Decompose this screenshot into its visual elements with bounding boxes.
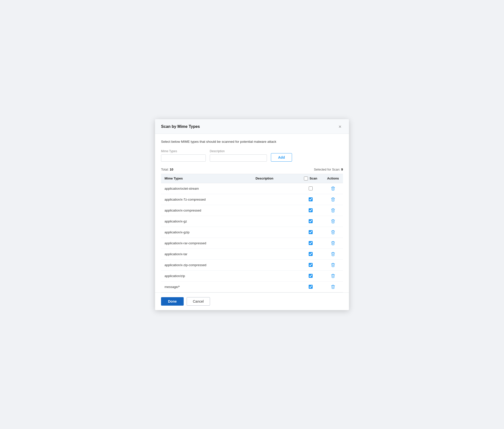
dialog-header: Scan by Mime Types × — [155, 119, 349, 134]
delete-button[interactable] — [329, 251, 337, 257]
mime-type-cell: application/x-zip-compressed — [161, 259, 252, 270]
description-cell — [252, 281, 298, 292]
col-mime-types: Mime Types — [161, 174, 252, 183]
col-actions: Actions — [323, 174, 343, 183]
mime-types-group: Mime Types — [161, 149, 206, 162]
scan-cell — [298, 227, 323, 238]
description-cell — [252, 216, 298, 227]
actions-cell — [323, 249, 343, 259]
description-cell — [252, 238, 298, 249]
mime-type-cell: application/x-compressed — [161, 205, 252, 216]
table-row: application/x-7z-compressed — [161, 194, 343, 205]
scan-checkbox[interactable] — [309, 274, 313, 278]
stats-row: Total: 10 Selected for Scan: 9 — [161, 168, 343, 171]
table-row: application/octet-stream — [161, 183, 343, 194]
actions-cell — [323, 259, 343, 270]
dialog: Scan by Mime Types × Select below MIME t… — [155, 119, 349, 310]
scan-checkbox[interactable] — [309, 230, 313, 234]
mime-type-cell: application/zip — [161, 270, 252, 281]
description-input[interactable] — [210, 154, 267, 162]
description-cell — [252, 249, 298, 259]
description-cell — [252, 270, 298, 281]
scan-cell — [298, 238, 323, 249]
subtitle: Select below MIME types that should be s… — [161, 140, 343, 143]
scan-all-checkbox[interactable] — [304, 177, 308, 180]
mime-type-cell: application/x-rar-compressed — [161, 238, 252, 249]
mime-types-label: Mime Types — [161, 149, 206, 153]
mime-type-cell: application/x-7z-compressed — [161, 194, 252, 205]
description-cell — [252, 194, 298, 205]
total-value: 10 — [170, 168, 173, 171]
actions-cell — [323, 216, 343, 227]
delete-button[interactable] — [329, 262, 337, 268]
description-cell — [252, 205, 298, 216]
table-row: application/x-compressed — [161, 205, 343, 216]
scan-cell — [298, 259, 323, 270]
delete-button[interactable] — [329, 218, 337, 224]
actions-cell — [323, 227, 343, 238]
form-row: Mime Types Description Add — [161, 149, 343, 162]
scan-cell — [298, 281, 323, 292]
delete-button[interactable] — [329, 208, 337, 213]
scan-cell — [298, 205, 323, 216]
actions-cell — [323, 194, 343, 205]
description-label: Description — [210, 149, 267, 153]
delete-button[interactable] — [329, 186, 337, 191]
mime-types-table: Mime Types Description Scan Actions appl… — [161, 174, 343, 292]
scan-cell — [298, 183, 323, 194]
delete-button[interactable] — [329, 229, 337, 235]
scan-checkbox[interactable] — [309, 186, 313, 190]
delete-button[interactable] — [329, 197, 337, 202]
add-button[interactable]: Add — [271, 153, 292, 162]
scan-cell — [298, 194, 323, 205]
mime-type-cell: application/x-gzip — [161, 227, 252, 238]
cancel-button[interactable]: Cancel — [187, 297, 210, 306]
mime-type-cell: application/x-tar — [161, 249, 252, 259]
done-button[interactable]: Done — [161, 297, 184, 306]
delete-button[interactable] — [329, 273, 337, 279]
actions-cell — [323, 183, 343, 194]
mime-type-cell: application/octet-stream — [161, 183, 252, 194]
delete-button[interactable] — [329, 284, 337, 289]
table-row: message/* — [161, 281, 343, 292]
table-header-row: Mime Types Description Scan Actions — [161, 174, 343, 183]
table-row: application/zip — [161, 270, 343, 281]
total-stat: Total: 10 — [161, 168, 173, 171]
description-group: Description — [210, 149, 267, 162]
mime-type-cell: application/x-gz — [161, 216, 252, 227]
scan-cell — [298, 216, 323, 227]
scan-checkbox[interactable] — [309, 219, 313, 223]
dialog-title: Scan by Mime Types — [161, 124, 200, 129]
delete-button[interactable] — [329, 240, 337, 246]
scan-checkbox[interactable] — [309, 197, 313, 201]
dialog-body: Select below MIME types that should be s… — [155, 134, 349, 292]
col-scan: Scan — [298, 174, 323, 183]
table-row: application/x-tar — [161, 249, 343, 259]
table-row: application/x-gzip — [161, 227, 343, 238]
table-row: application/x-gz — [161, 216, 343, 227]
scan-cell — [298, 270, 323, 281]
description-cell — [252, 183, 298, 194]
mime-type-cell: message/* — [161, 281, 252, 292]
table-row: application/x-rar-compressed — [161, 238, 343, 249]
scan-checkbox[interactable] — [309, 208, 313, 212]
description-cell — [252, 259, 298, 270]
col-description: Description — [252, 174, 298, 183]
scan-checkbox[interactable] — [309, 285, 313, 289]
selected-stat: Selected for Scan: 9 — [314, 168, 343, 171]
actions-cell — [323, 281, 343, 292]
scan-checkbox[interactable] — [309, 241, 313, 245]
scan-checkbox[interactable] — [309, 252, 313, 256]
actions-cell — [323, 238, 343, 249]
selected-value: 9 — [341, 168, 343, 171]
close-button[interactable]: × — [337, 124, 343, 130]
mime-types-input[interactable] — [161, 154, 206, 162]
actions-cell — [323, 270, 343, 281]
scan-checkbox[interactable] — [309, 263, 313, 267]
table-row: application/x-zip-compressed — [161, 259, 343, 270]
description-cell — [252, 227, 298, 238]
actions-cell — [323, 205, 343, 216]
scan-cell — [298, 249, 323, 259]
dialog-footer: Done Cancel — [155, 292, 349, 310]
